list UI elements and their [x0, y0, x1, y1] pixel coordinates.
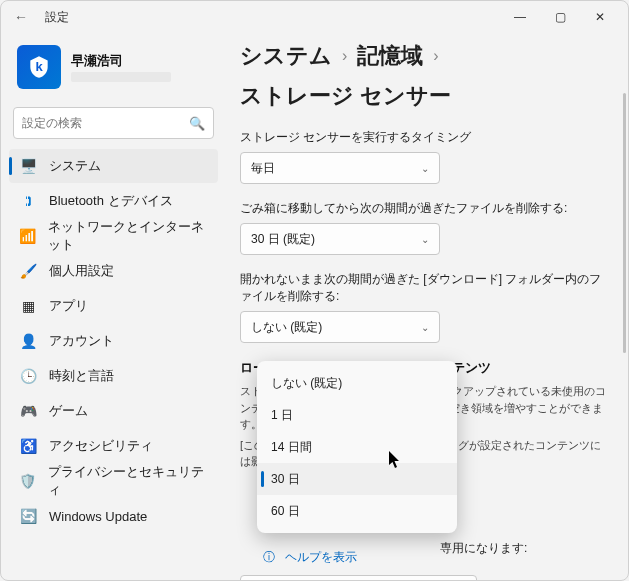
sidebar-item-system[interactable]: 🖥️システム: [9, 149, 218, 183]
chevron-right-icon: ›: [433, 47, 438, 65]
sidebar-item-label: 時刻と言語: [49, 367, 114, 385]
titlebar: ← 設定 — ▢ ✕: [1, 1, 628, 33]
nav-list: 🖥️システム🕽Bluetooth とデバイス📶ネットワークとインターネット🖌️個…: [5, 149, 222, 533]
breadcrumb-0[interactable]: システム: [240, 41, 332, 71]
timing-value: 毎日: [251, 160, 275, 177]
downloads-select[interactable]: しない (既定) ⌄: [240, 311, 440, 343]
sidebar-item-network[interactable]: 📶ネットワークとインターネット: [9, 219, 218, 253]
network-icon: 📶: [19, 227, 36, 245]
help-row[interactable]: ⓘ ヘルプを表示: [263, 549, 357, 566]
sidebar-item-label: アカウント: [49, 332, 114, 350]
chevron-down-icon: ⌄: [421, 163, 429, 174]
account-icon: 👤: [19, 332, 37, 350]
sidebar-item-label: Bluetooth とデバイス: [49, 192, 173, 210]
chevron-down-icon: ⌄: [421, 234, 429, 245]
chevron-right-icon: ›: [342, 47, 347, 65]
downloads-label: 開かれないまま次の期間が過ぎた [ダウンロード] フォルダー内のファイルを削除す…: [240, 271, 608, 305]
recycle-label: ごみ箱に移動してから次の期間が過ぎたファイルを削除する:: [240, 200, 608, 217]
sidebar-item-time[interactable]: 🕒時刻と言語: [9, 359, 218, 393]
accessibility-icon: ♿: [19, 437, 37, 455]
sidebar-item-accessibility[interactable]: ♿アクセシビリティ: [9, 429, 218, 463]
run-now-button[interactable]: 今すぐストレージ センサーを実行する: [240, 575, 477, 581]
sidebar-item-bluetooth[interactable]: 🕽Bluetooth とデバイス: [9, 184, 218, 218]
timing-label: ストレージ センサーを実行するタイミング: [240, 129, 608, 146]
profile-name: 早瀬浩司: [71, 52, 171, 70]
sidebar-item-label: アクセシビリティ: [49, 437, 153, 455]
sidebar-item-label: システム: [49, 157, 101, 175]
dropdown-option[interactable]: 14 日間: [257, 431, 457, 463]
sidebar-item-label: ゲーム: [49, 402, 88, 420]
breadcrumb-2: ストレージ センサー: [240, 81, 451, 111]
avatar: k: [17, 45, 61, 89]
window-title: 設定: [45, 9, 500, 26]
minimize-button[interactable]: —: [500, 3, 540, 31]
sidebar-item-privacy[interactable]: 🛡️プライバシーとセキュリティ: [9, 464, 218, 498]
timing-select[interactable]: 毎日 ⌄: [240, 152, 440, 184]
personalize-icon: 🖌️: [19, 262, 37, 280]
recycle-value: 30 日 (既定): [251, 231, 315, 248]
sidebar-item-label: 個人用設定: [49, 262, 114, 280]
gaming-icon: 🎮: [19, 402, 37, 420]
sidebar-item-label: ネットワークとインターネット: [48, 218, 208, 254]
apps-icon: ▦: [19, 297, 37, 315]
system-icon: 🖥️: [19, 157, 37, 175]
cloud-period-dropdown: しない (既定)1 日14 日間30 日60 日: [257, 361, 457, 533]
recycle-select[interactable]: 30 日 (既定) ⌄: [240, 223, 440, 255]
help-link[interactable]: ヘルプを表示: [285, 549, 357, 566]
back-button[interactable]: ←: [9, 5, 33, 29]
sidebar: k 早瀬浩司 🔍 🖥️システム🕽Bluetooth とデバイス📶ネットワークとイ…: [1, 33, 226, 580]
help-icon: ⓘ: [263, 549, 275, 566]
svg-text:k: k: [35, 59, 43, 74]
dropdown-option[interactable]: 60 日: [257, 495, 457, 527]
sidebar-item-gaming[interactable]: 🎮ゲーム: [9, 394, 218, 428]
dropdown-option[interactable]: 30 日: [257, 463, 457, 495]
breadcrumb: システム › 記憶域 › ストレージ センサー: [240, 41, 608, 111]
update-icon: 🔄: [19, 507, 37, 525]
search-input[interactable]: [22, 116, 189, 130]
profile-email-redacted: [71, 72, 171, 82]
time-icon: 🕒: [19, 367, 37, 385]
scrollbar[interactable]: [623, 93, 626, 353]
sidebar-item-label: Windows Update: [49, 509, 147, 524]
sidebar-item-label: アプリ: [49, 297, 88, 315]
breadcrumb-1[interactable]: 記憶域: [357, 41, 423, 71]
dropdown-option[interactable]: 1 日: [257, 399, 457, 431]
downloads-value: しない (既定): [251, 319, 322, 336]
settings-window: ← 設定 — ▢ ✕ k 早瀬浩司 🔍 🖥️システム🕽Bluetoot: [0, 0, 629, 581]
dropdown-option[interactable]: しない (既定): [257, 367, 457, 399]
bluetooth-icon: 🕽: [19, 192, 37, 210]
chevron-down-icon: ⌄: [421, 322, 429, 333]
sidebar-item-personalize[interactable]: 🖌️個人用設定: [9, 254, 218, 288]
sidebar-item-account[interactable]: 👤アカウント: [9, 324, 218, 358]
profile[interactable]: k 早瀬浩司: [5, 41, 222, 101]
close-button[interactable]: ✕: [580, 3, 620, 31]
search-box[interactable]: 🔍: [13, 107, 214, 139]
privacy-icon: 🛡️: [19, 472, 36, 490]
search-icon: 🔍: [189, 116, 205, 131]
maximize-button[interactable]: ▢: [540, 3, 580, 31]
sidebar-item-apps[interactable]: ▦アプリ: [9, 289, 218, 323]
sidebar-item-update[interactable]: 🔄Windows Update: [9, 499, 218, 533]
sidebar-item-label: プライバシーとセキュリティ: [48, 463, 208, 499]
